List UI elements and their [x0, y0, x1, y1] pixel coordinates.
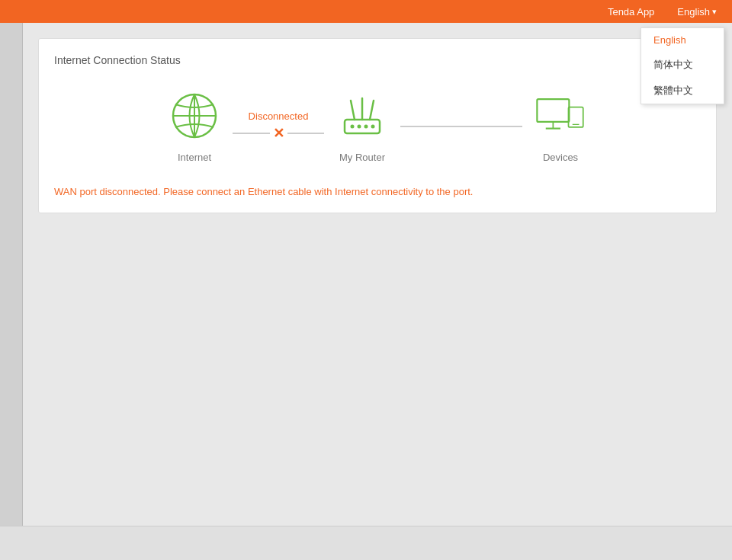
- x-mark-icon: ✕: [270, 125, 287, 142]
- svg-line-3: [351, 101, 355, 120]
- tenda-app-link[interactable]: Tenda App: [608, 6, 654, 18]
- router-node: My Router: [324, 89, 400, 163]
- svg-point-7: [351, 125, 355, 129]
- left-line: [233, 133, 270, 134]
- router-icon: [336, 89, 389, 146]
- router-label: My Router: [339, 152, 385, 163]
- globe-icon: [168, 89, 221, 146]
- normal-connection: [400, 126, 522, 127]
- content-area: Internet Connection Status: [23, 23, 732, 526]
- status-card: Internet Connection Status: [38, 38, 717, 213]
- svg-line-5: [370, 101, 374, 120]
- language-dropdown-menu: English 简体中文 繁體中文: [640, 27, 724, 104]
- connection-diagram: Internet Disconnected ✕: [54, 82, 701, 171]
- internet-node: Internet: [156, 89, 233, 163]
- svg-point-10: [371, 125, 375, 129]
- right-line: [287, 133, 325, 134]
- lang-option-traditional-chinese[interactable]: 繁體中文: [641, 78, 724, 104]
- devices-node: Devices: [522, 89, 599, 163]
- language-button[interactable]: English: [677, 6, 717, 18]
- svg-point-9: [364, 125, 368, 129]
- error-message: WAN port disconnected. Please connect an…: [54, 186, 701, 197]
- disconnected-connection: Disconnected ✕: [233, 110, 324, 142]
- devices-icon: [534, 89, 587, 146]
- svg-rect-11: [537, 99, 569, 122]
- language-dropdown[interactable]: English English 简体中文 繁體中文: [677, 6, 717, 18]
- conn-with-x: ✕: [233, 125, 324, 142]
- main-layout: Internet Connection Status: [0, 23, 732, 526]
- card-title: Internet Connection Status: [54, 54, 701, 66]
- bottom-bar: [0, 526, 732, 560]
- sidebar: [0, 23, 23, 526]
- disconnected-label: Disconnected: [249, 110, 309, 122]
- lang-option-english[interactable]: English: [641, 28, 724, 52]
- svg-point-8: [358, 125, 361, 129]
- devices-label: Devices: [543, 152, 578, 163]
- top-bar: Tenda App English English 简体中文 繁體中文: [0, 0, 732, 23]
- lang-option-simplified-chinese[interactable]: 简体中文: [641, 52, 724, 78]
- top-bar-links: Tenda App English English 简体中文 繁體中文: [608, 6, 717, 18]
- internet-label: Internet: [178, 152, 211, 163]
